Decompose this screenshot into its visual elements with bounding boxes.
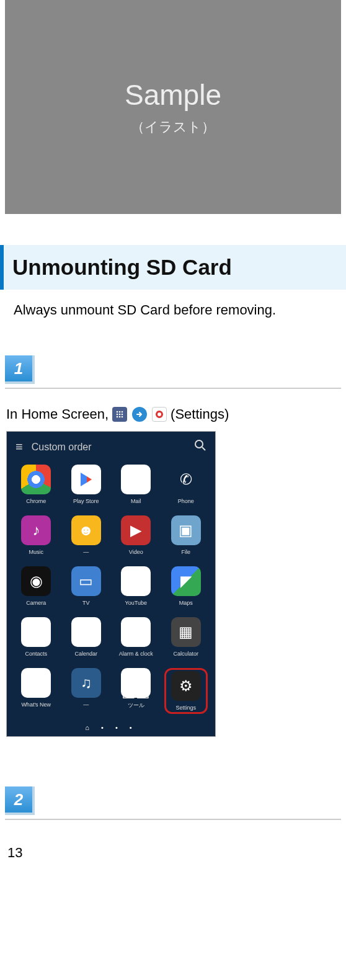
app-camera: ◉Camera <box>14 566 58 606</box>
phone-topbar-title: Custom order <box>32 442 194 453</box>
svg-point-9 <box>195 440 203 448</box>
sample-title: Sample <box>125 78 221 112</box>
app-emoji: ☻— <box>64 515 109 555</box>
step-divider <box>5 819 341 820</box>
app-notes: ♫— <box>64 668 109 714</box>
apps-grid: Chrome Play Store ✉Mail ✆Phone ♪Music ☻—… <box>11 461 211 721</box>
app-phone: ✆Phone <box>164 465 208 504</box>
svg-point-5 <box>122 414 123 416</box>
section-header: Unmounting SD Card <box>0 245 346 290</box>
app-whats-new: ||||What's New <box>14 668 58 714</box>
app-tv: ▭TV <box>64 566 109 606</box>
app-video: ▶Video <box>114 515 158 555</box>
app-chrome: Chrome <box>14 465 58 504</box>
svg-point-1 <box>119 411 121 413</box>
app-contacts: ▲Contacts <box>14 617 58 657</box>
app-settings-highlighted: ⚙Settings <box>164 668 208 714</box>
step-1-instruction: In Home Screen, (Settings) <box>0 406 346 422</box>
svg-point-2 <box>122 411 123 413</box>
app-maps: ◤Maps <box>164 566 208 606</box>
step-1-text-prefix: In Home Screen, <box>6 406 109 422</box>
svg-point-4 <box>119 414 121 416</box>
section-title: Unmounting SD Card <box>12 255 337 280</box>
step-divider <box>5 388 341 389</box>
step-number-1: 1 <box>5 355 35 384</box>
arrow-right-icon <box>132 407 147 422</box>
step-1-text-suffix: (Settings) <box>171 406 229 422</box>
app-tools-folder: ▣▣▣▣ツール <box>114 668 158 714</box>
section-intro-text: Always unmount SD Card before removing. <box>0 302 346 318</box>
sample-illustration-placeholder: Sample （イラスト） <box>5 0 341 214</box>
app-clock: ◷Alarm & clock <box>114 617 158 657</box>
sample-subtitle: （イラスト） <box>131 118 215 136</box>
svg-point-8 <box>122 416 123 418</box>
svg-point-6 <box>117 416 118 418</box>
phone-topbar: ≡ Custom order <box>11 435 211 461</box>
svg-point-7 <box>119 416 121 418</box>
phone-page-indicator: ⌂ • • • <box>11 721 211 733</box>
phone-screenshot: ≡ Custom order Chrome Play Store ✉Mail ✆… <box>6 431 216 737</box>
svg-point-3 <box>117 414 118 416</box>
svg-point-0 <box>117 411 118 413</box>
app-calculator: ▦Calculator <box>164 617 208 657</box>
app-youtube: ▶YouTube <box>114 566 158 606</box>
app-file: ▣File <box>164 515 208 555</box>
settings-icon <box>152 407 167 422</box>
page-number: 13 <box>0 845 346 866</box>
hamburger-icon: ≡ <box>16 440 23 454</box>
apps-grid-icon <box>112 407 127 422</box>
app-play-store: Play Store <box>64 465 109 504</box>
app-calendar: ▦Calendar <box>64 617 109 657</box>
app-mail: ✉Mail <box>114 465 158 504</box>
svg-line-10 <box>202 447 205 450</box>
app-music: ♪Music <box>14 515 58 555</box>
search-icon <box>194 439 206 455</box>
step-number-2: 2 <box>5 786 35 815</box>
